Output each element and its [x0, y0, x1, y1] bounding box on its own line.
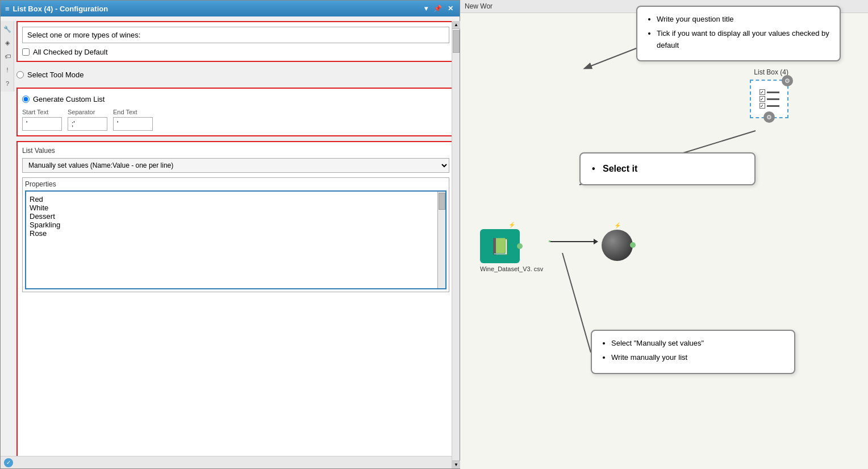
end-text-group: End Text: [113, 109, 153, 131]
workflow-row: ⚡ 📗 Wine_Dataset_V3. csv ⚡: [480, 222, 633, 272]
select-tool-mode-label: Select Tool Mode: [27, 70, 84, 79]
node-listbox: List Box (4) ⚙ ⚙ ✓ ✓ ✓: [750, 80, 788, 118]
bottom-callout: Select "Manually set values" Write manua…: [591, 330, 795, 374]
separator-input[interactable]: [68, 117, 107, 131]
listbox-row-1: ✓: [760, 89, 779, 95]
properties-label: Properties: [25, 180, 446, 188]
connection-line: [550, 241, 596, 242]
middle-callout: • Select it: [579, 152, 756, 185]
status-bar: ✓: [1, 456, 452, 468]
scroll-up-btn[interactable]: ▲: [452, 21, 460, 29]
all-checked-label: All Checked by Default: [33, 48, 108, 56]
titlebar-controls: ▾ 📌 ✕: [423, 4, 455, 13]
select-tool-mode-row: Select Tool Mode: [16, 69, 455, 81]
select-tool-mode-section: Select Tool Mode: [16, 67, 455, 83]
book-icon: 📗: [490, 237, 510, 256]
wrench-icon[interactable]: 🔧: [2, 23, 13, 35]
listbox-node-label: List Box (4): [754, 68, 788, 76]
properties-textarea[interactable]: Red White Dessert Sparkling Rose: [26, 192, 437, 288]
listbox-node-box[interactable]: ⚙ ⚙ ✓ ✓ ✓: [750, 80, 788, 118]
line-2: [767, 98, 779, 100]
bottom-callout-item-2: Write manually your list: [611, 352, 785, 364]
scroll-bar: [437, 192, 445, 288]
question-title-input[interactable]: [22, 27, 449, 43]
titlebar-left: ≡ List Box (4) - Configuration: [5, 5, 108, 13]
check-1: ✓: [760, 89, 765, 95]
start-text-label: Start Text: [22, 109, 62, 115]
listbox-row-2: ✓: [760, 96, 779, 102]
separator-group: Separator: [68, 109, 107, 131]
listbox-node-container: List Box (4) ⚙ ⚙ ✓ ✓ ✓: [750, 80, 788, 118]
bottom-callout-item-1: Select "Manually set values": [611, 338, 785, 350]
v-scrollbar: ▲ ▼: [452, 21, 460, 468]
bottom-callout-list: Select "Manually set values" Write manua…: [601, 338, 785, 364]
dataset-bolt-icon: ⚡: [508, 222, 515, 228]
menu-icon: ≡: [5, 5, 10, 13]
check-3: ✓: [760, 103, 765, 109]
properties-textarea-container: Red White Dessert Sparkling Rose: [25, 190, 446, 289]
start-text-input[interactable]: [22, 117, 62, 131]
dropdown-btn[interactable]: ▾: [423, 4, 429, 13]
top-callout-item-2: Tick if you want to display all your val…: [657, 28, 831, 52]
separator-label: Separator: [68, 109, 107, 115]
v-scroll-thumb[interactable]: [453, 30, 460, 53]
filter-node[interactable]: ⚡: [602, 222, 633, 261]
listbox-icon: ✓ ✓ ✓: [760, 89, 779, 109]
fields-row: Start Text Separator End Text: [22, 109, 449, 131]
list-values-dropdown[interactable]: Manually set values (Name:Value - one pe…: [22, 158, 449, 173]
list-values-section: List Values Manually set values (Name:Va…: [16, 141, 455, 464]
main-content: All Checked by Default Select Tool Mode …: [14, 16, 460, 468]
gear-top-icon: ⚙: [782, 75, 793, 86]
scroll-thumb[interactable]: [439, 193, 445, 210]
canvas-panel: New Wor Write your question title Tick i…: [460, 0, 868, 469]
dataset-icon: 📗: [480, 229, 520, 263]
checkbox-row: All Checked by Default: [22, 48, 449, 56]
select-tool-mode-radio[interactable]: [16, 71, 24, 78]
filter-output-port: [630, 242, 636, 248]
circle-icon: [602, 230, 633, 261]
filter-bolt-icon: ⚡: [614, 222, 621, 229]
start-text-group: Start Text: [22, 109, 62, 131]
sidebar-icons: 🔧 ◈ 🏷 ! ?: [1, 21, 14, 92]
line-1: [767, 92, 779, 93]
end-text-input[interactable]: [113, 117, 153, 131]
line-3: [767, 105, 779, 107]
generate-custom-list-label: Generate Custom List: [33, 95, 105, 103]
dataset-output-port: [517, 243, 523, 249]
generate-custom-list-section: Generate Custom List Start Text Separato…: [16, 88, 455, 136]
top-callout-list: Write your question title Tick if you wa…: [646, 14, 831, 51]
status-check-icon: ✓: [4, 458, 13, 467]
check-2: ✓: [760, 96, 765, 102]
dataset-label: Wine_Dataset_V3. csv: [480, 265, 543, 272]
panel-titlebar: ≡ List Box (4) - Configuration ▾ 📌 ✕: [1, 1, 460, 16]
dataset-node[interactable]: ⚡ 📗 Wine_Dataset_V3. csv: [480, 222, 543, 272]
properties-box: Properties Red White Dessert Sparkling R…: [22, 177, 449, 292]
tag-icon[interactable]: 🏷: [2, 51, 13, 62]
connection: [549, 240, 596, 242]
select-it-text: Select it: [603, 164, 637, 173]
question-section: All Checked by Default: [16, 21, 455, 62]
gear-bottom-icon: ⚙: [763, 111, 775, 123]
connection-arrow: [594, 239, 598, 244]
svg-line-0: [585, 48, 636, 68]
config-panel: ≡ List Box (4) - Configuration ▾ 📌 ✕ 🔧 ◈…: [0, 0, 460, 469]
scroll-down-btn[interactable]: ▼: [452, 460, 460, 468]
list-values-label: List Values: [22, 147, 449, 155]
pin-btn[interactable]: 📌: [432, 4, 444, 13]
top-callout: Write your question title Tick if you wa…: [636, 6, 841, 61]
generate-custom-list-row: Generate Custom List: [22, 93, 449, 105]
end-text-label: End Text: [113, 109, 153, 115]
pointer-icon[interactable]: ◈: [2, 37, 13, 48]
help-icon[interactable]: ?: [2, 78, 13, 89]
close-btn[interactable]: ✕: [446, 4, 455, 13]
all-checked-checkbox[interactable]: [22, 48, 30, 56]
canvas-header-text: New Wor: [465, 2, 493, 10]
listbox-row-3: ✓: [760, 103, 779, 109]
top-callout-item-1: Write your question title: [657, 14, 831, 26]
panel-title: List Box (4) - Configuration: [13, 5, 108, 13]
select-it-bullet: •: [592, 164, 595, 173]
generate-custom-list-radio[interactable]: [22, 96, 30, 103]
warning-icon[interactable]: !: [2, 64, 13, 76]
